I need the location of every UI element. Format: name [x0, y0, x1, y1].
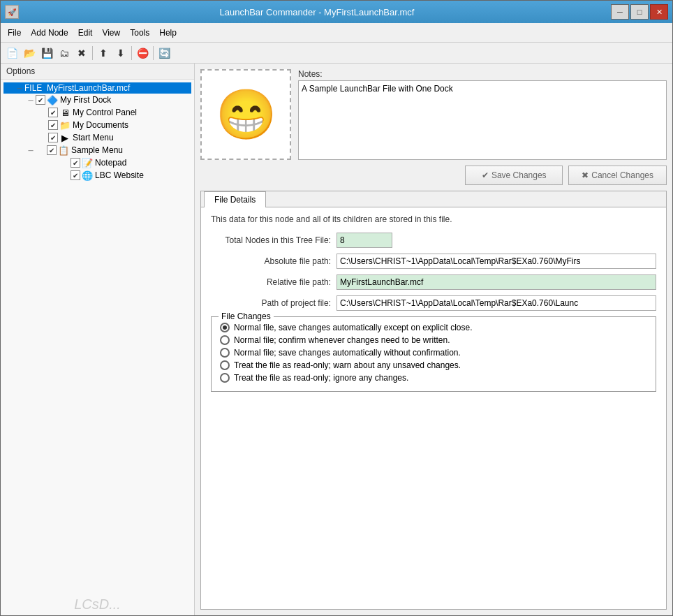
checkbox-startmenu[interactable]: ✔	[48, 133, 58, 142]
notes-section: Notes:	[298, 69, 667, 160]
tree-item-lbcwebsite[interactable]: ✔ 🌐 LBC Website	[3, 169, 191, 182]
toolbar-new[interactable]: 📄	[3, 45, 20, 61]
menu-edit[interactable]: Edit	[74, 27, 97, 39]
toolbar-stop[interactable]: ⛔	[134, 45, 151, 61]
main-window: 🚀 LaunchBar Commander - MyFirstLaunchBar…	[0, 0, 673, 616]
watermark: LCsD...	[1, 594, 194, 615]
file-changes-legend: File Changes	[219, 311, 274, 321]
toolbar-saveas[interactable]: 🗂	[56, 45, 73, 61]
lbcwebsite-label: LBC Website	[95, 170, 144, 180]
checkbox-controlpanel[interactable]: ✔	[48, 108, 58, 117]
file-details-panel: File Details This data for this node and…	[200, 191, 667, 610]
tree-item-dock[interactable]: ─ ✔ 🔷 My First Dock	[3, 94, 191, 106]
tree-item-samplemenu[interactable]: ─ ✔ 📋 Sample Menu	[3, 144, 191, 156]
window-title: LaunchBar Commander - MyFirstLaunchBar.m…	[23, 7, 611, 17]
notepad-label: Notepad	[95, 158, 126, 168]
toolbar-close[interactable]: ✖	[73, 45, 90, 61]
fd-description: This data for this node and all of its c…	[211, 214, 656, 224]
fd-row-project-path: Path of project file:	[211, 295, 656, 311]
fd-absolute-path-input[interactable]	[336, 254, 656, 269]
radio-0[interactable]	[220, 323, 230, 332]
menu-bar: File Add Node Edit View Tools Help	[1, 23, 672, 43]
fd-project-path-input[interactable]	[336, 295, 656, 311]
notes-textarea[interactable]	[298, 80, 667, 160]
file-label: FILE MyFirstLaunchBar.mcf	[24, 83, 130, 93]
app-icon: 🚀	[5, 5, 19, 19]
toolbar-separator-1	[92, 46, 93, 60]
toolbar-moveup[interactable]: ⬆	[95, 45, 112, 61]
radio-label-1: Normal file; confirm whenever changes ne…	[234, 335, 450, 345]
file-changes-group: File Changes Normal file, save changes a…	[211, 316, 656, 392]
radio-row-3[interactable]: Treat the file as read-only; warn about …	[220, 360, 647, 370]
icon-dock: 🔷	[47, 94, 58, 105]
checkbox-dock[interactable]: ✔	[36, 95, 45, 105]
icon-documents: 📁	[59, 119, 71, 131]
radio-1[interactable]	[220, 335, 230, 345]
left-panel: Options ─ FILE MyFirstLaunchBar.mcf ─ ✔ …	[1, 64, 195, 615]
checkbox-lbcwebsite[interactable]: ✔	[71, 170, 80, 180]
samplemenu-label: Sample Menu	[71, 145, 123, 155]
radio-label-3: Treat the file as read-only; warn about …	[234, 360, 461, 370]
restore-button[interactable]: □	[630, 4, 649, 20]
main-area: Options ─ FILE MyFirstLaunchBar.mcf ─ ✔ …	[1, 64, 672, 615]
tree-item-documents[interactable]: ✔ 📁 My Documents	[3, 119, 191, 131]
radio-row-0[interactable]: Normal file, save changes automatically …	[220, 323, 647, 332]
toolbar-save[interactable]: 💾	[38, 45, 55, 61]
tree-item-startmenu[interactable]: ✔ ▶ Start Menu	[3, 131, 191, 144]
save-icon: ✔	[482, 170, 489, 180]
checkbox-notepad[interactable]: ✔	[71, 158, 80, 168]
radio-4[interactable]	[220, 373, 230, 383]
radio-row-1[interactable]: Normal file; confirm whenever changes ne…	[220, 335, 647, 345]
action-buttons: ✔ Save Changes ✖ Cancel Changes	[200, 166, 667, 185]
node-icon-box[interactable]: 😁	[200, 69, 291, 160]
fd-total-nodes-label: Total Nodes in this Tree File:	[211, 235, 336, 245]
fd-total-nodes-input[interactable]	[336, 233, 392, 248]
expand-file[interactable]: ─	[15, 83, 24, 93]
toolbar-separator-3	[153, 46, 154, 60]
cancel-changes-button[interactable]: ✖ Cancel Changes	[568, 166, 667, 185]
menu-view[interactable]: View	[98, 27, 124, 39]
top-section: 😁 Notes:	[200, 69, 667, 160]
menu-addnode[interactable]: Add Node	[27, 27, 72, 39]
cancel-icon: ✖	[582, 170, 589, 180]
checkbox-documents[interactable]: ✔	[48, 120, 58, 130]
checkbox-samplemenu[interactable]: ✔	[47, 145, 57, 155]
icon-startmenu: ▶	[59, 132, 71, 143]
window-controls: ─ □ ✕	[611, 4, 668, 20]
toolbar-open[interactable]: 📂	[21, 45, 38, 61]
radio-row-2[interactable]: Normal file; save changes automatically …	[220, 348, 647, 358]
fd-absolute-path-label: Absolute file path:	[211, 256, 336, 266]
options-label: Options	[1, 64, 194, 80]
fd-relative-path-input[interactable]	[336, 274, 656, 290]
toolbar-movedown[interactable]: ⬇	[112, 45, 129, 61]
radio-row-4[interactable]: Treat the file as read-only; ignore any …	[220, 373, 647, 383]
menu-file[interactable]: File	[3, 27, 25, 39]
fd-project-path-label: Path of project file:	[211, 298, 336, 308]
tree-item-notepad[interactable]: ✔ 📝 Notepad	[3, 156, 191, 169]
minimize-button[interactable]: ─	[611, 4, 629, 20]
expand-dock[interactable]: ─	[26, 95, 36, 105]
icon-notepad: 📝	[82, 157, 93, 168]
controlpanel-label: My Control Panel	[73, 108, 137, 117]
save-changes-button[interactable]: ✔ Save Changes	[465, 166, 563, 185]
fd-row-absolute-path: Absolute file path:	[211, 254, 656, 269]
fd-relative-path-label: Relative file path:	[211, 277, 336, 287]
radio-label-2: Normal file; save changes automatically …	[234, 348, 461, 358]
dock-label: My First Dock	[60, 95, 111, 105]
toolbar-separator-2	[131, 46, 132, 60]
toolbar-refresh[interactable]: 🔄	[156, 45, 172, 61]
fd-row-total-nodes: Total Nodes in this Tree File:	[211, 233, 656, 248]
tab-file-details[interactable]: File Details	[204, 191, 266, 207]
close-button[interactable]: ✕	[650, 4, 668, 20]
radio-2[interactable]	[220, 348, 230, 358]
tree-area: ─ FILE MyFirstLaunchBar.mcf ─ ✔ 🔷 My Fir…	[1, 80, 194, 594]
expand-samplemenu[interactable]: ─	[26, 145, 36, 155]
tree-item-file[interactable]: ─ FILE MyFirstLaunchBar.mcf	[3, 82, 191, 94]
menu-help[interactable]: Help	[155, 27, 181, 39]
icon-samplemenu: 📋	[58, 145, 69, 156]
tree-item-controlpanel[interactable]: ✔ 🖥 My Control Panel	[3, 106, 191, 119]
menu-tools[interactable]: Tools	[126, 27, 154, 39]
notes-label: Notes:	[298, 69, 667, 79]
radio-3[interactable]	[220, 360, 230, 370]
right-panel: 😁 Notes: ✔ Save Changes ✖ Cancel Changes	[195, 64, 672, 615]
